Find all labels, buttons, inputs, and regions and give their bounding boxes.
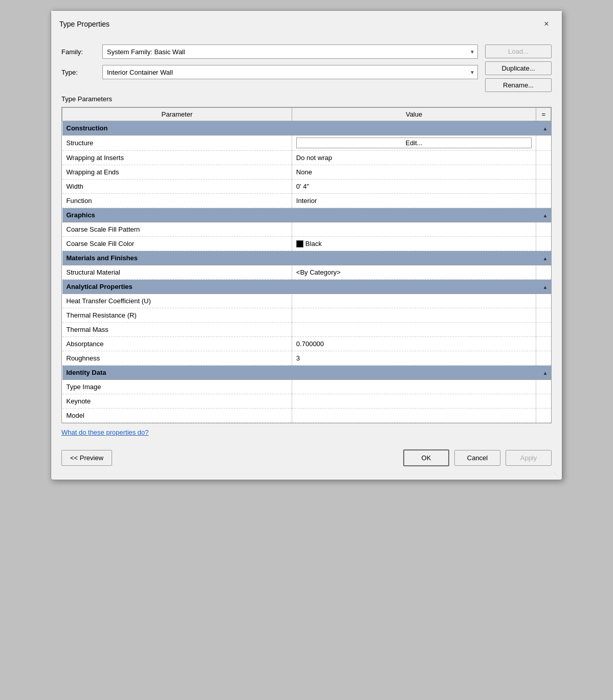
- equals-cell: [536, 179, 551, 194]
- family-select[interactable]: System Family: Basic Wall: [102, 44, 478, 59]
- param-value-cell: [292, 323, 536, 337]
- col-parameter: Parameter: [62, 108, 292, 121]
- col-equals: =: [536, 108, 551, 121]
- table-row[interactable]: StructureEdit...: [62, 136, 551, 151]
- ok-button[interactable]: OK: [403, 449, 449, 466]
- rename-button[interactable]: Rename...: [485, 78, 552, 92]
- param-name-cell: Coarse Scale Fill Pattern: [62, 222, 292, 237]
- param-name-cell: Model: [62, 409, 292, 423]
- table-row[interactable]: Heat Transfer Coefficient (U): [62, 294, 551, 308]
- load-button[interactable]: Load...: [485, 44, 552, 58]
- equals-cell: [536, 237, 551, 251]
- equals-cell: [536, 294, 551, 308]
- fields-and-buttons: Family: System Family: Basic Wall ▼ Type…: [61, 44, 552, 92]
- param-name-cell: Thermal Mass: [62, 323, 292, 337]
- table-row[interactable]: FunctionInterior: [62, 194, 551, 208]
- footer-left: << Preview: [61, 450, 398, 466]
- collapse-icon[interactable]: ▲: [543, 284, 548, 289]
- side-buttons-col: Load... Duplicate... Rename...: [485, 44, 552, 92]
- section-header-identity-data: Identity Data ▲: [62, 366, 551, 380]
- color-swatch: [296, 240, 303, 247]
- section-name: Graphics: [67, 211, 95, 219]
- equals-cell: [536, 351, 551, 366]
- param-name-cell: Type Image: [62, 380, 292, 394]
- param-value-cell: [292, 409, 536, 423]
- param-value-cell: [292, 380, 536, 394]
- dialog-body: Family: System Family: Basic Wall ▼ Type…: [51, 36, 562, 443]
- param-name-cell: Wrapping at Ends: [62, 165, 292, 179]
- param-value-cell: 0.700000: [292, 337, 536, 351]
- param-value-cell: Do not wrap: [292, 151, 536, 165]
- table-row[interactable]: Coarse Scale Fill ColorBlack: [62, 237, 551, 251]
- cancel-button[interactable]: Cancel: [454, 450, 500, 466]
- param-name-cell: Keynote: [62, 394, 292, 409]
- collapse-icon[interactable]: ▲: [543, 125, 548, 131]
- equals-cell: [536, 308, 551, 323]
- family-label: Family:: [61, 48, 102, 56]
- param-value-cell: [292, 394, 536, 409]
- type-select[interactable]: Interior Container Wall: [102, 65, 478, 79]
- equals-cell: [536, 380, 551, 394]
- section-header-analytical-properties: Analytical Properties ▲: [62, 280, 551, 294]
- param-value-cell: Interior: [292, 194, 536, 208]
- help-link[interactable]: What do these properties do?: [61, 428, 149, 436]
- section-header-construction: Construction ▲: [62, 121, 551, 136]
- dialog-footer: << Preview OK Cancel Apply: [51, 443, 562, 473]
- param-name-cell: Thermal Resistance (R): [62, 308, 292, 323]
- table-row[interactable]: Coarse Scale Fill Pattern: [62, 222, 551, 237]
- equals-cell: [536, 409, 551, 423]
- param-name-cell: Structure: [62, 136, 292, 151]
- param-value-cell[interactable]: Black: [292, 237, 536, 251]
- equals-cell: [536, 136, 551, 151]
- param-value-cell: [292, 294, 536, 308]
- title-bar: Type Properties ×: [51, 11, 562, 36]
- table-row[interactable]: Wrapping at EndsNone: [62, 165, 551, 179]
- equals-cell: [536, 151, 551, 165]
- equals-cell: [536, 337, 551, 351]
- section-name: Analytical Properties: [67, 283, 133, 290]
- param-name-cell: Width: [62, 179, 292, 194]
- type-select-wrapper: Interior Container Wall ▼: [102, 65, 478, 79]
- param-value-cell: None: [292, 165, 536, 179]
- param-name-cell: Coarse Scale Fill Color: [62, 237, 292, 251]
- params-table-wrapper[interactable]: Parameter Value = Construction ▲ Structu…: [61, 107, 552, 423]
- collapse-icon[interactable]: ▲: [543, 212, 548, 218]
- table-row[interactable]: Thermal Resistance (R): [62, 308, 551, 323]
- close-button[interactable]: ×: [539, 17, 554, 31]
- table-row[interactable]: Structural Material<By Category>: [62, 265, 551, 280]
- param-name-cell: Roughness: [62, 351, 292, 366]
- params-table: Parameter Value = Construction ▲ Structu…: [62, 107, 551, 423]
- type-label: Type:: [61, 69, 102, 76]
- param-name-cell: Heat Transfer Coefficient (U): [62, 294, 292, 308]
- section-name: Construction: [67, 124, 108, 132]
- family-row: Family: System Family: Basic Wall ▼: [61, 44, 478, 59]
- table-row[interactable]: Absorptance0.700000: [62, 337, 551, 351]
- param-name-cell: Absorptance: [62, 337, 292, 351]
- param-name-cell: Structural Material: [62, 265, 292, 280]
- resize-handle[interactable]: ⋱: [554, 472, 560, 479]
- table-row[interactable]: Thermal Mass: [62, 323, 551, 337]
- equals-cell: [536, 265, 551, 280]
- table-row[interactable]: Keynote: [62, 394, 551, 409]
- resize-area: ⋱: [51, 473, 562, 480]
- table-row[interactable]: Width0' 4": [62, 179, 551, 194]
- param-value-cell[interactable]: Edit...: [292, 136, 536, 151]
- equals-cell: [536, 165, 551, 179]
- equals-cell: [536, 222, 551, 237]
- section-header-materials-and-finishes: Materials and Finishes ▲: [62, 251, 551, 265]
- param-name-cell: Wrapping at Inserts: [62, 151, 292, 165]
- table-row[interactable]: Type Image: [62, 380, 551, 394]
- type-properties-dialog: Type Properties × Family: System Family:…: [51, 10, 562, 480]
- collapse-icon[interactable]: ▲: [543, 370, 548, 375]
- table-row[interactable]: Model: [62, 409, 551, 423]
- collapse-icon[interactable]: ▲: [543, 255, 548, 261]
- edit-button[interactable]: Edit...: [296, 138, 532, 148]
- family-select-wrapper: System Family: Basic Wall ▼: [102, 44, 478, 59]
- param-value-cell: [292, 222, 536, 237]
- table-row[interactable]: Roughness3: [62, 351, 551, 366]
- apply-button[interactable]: Apply: [506, 450, 552, 466]
- duplicate-button[interactable]: Duplicate...: [485, 61, 552, 75]
- preview-button[interactable]: << Preview: [61, 450, 112, 466]
- table-row[interactable]: Wrapping at InsertsDo not wrap: [62, 151, 551, 165]
- type-row: Type: Interior Container Wall ▼: [61, 65, 478, 79]
